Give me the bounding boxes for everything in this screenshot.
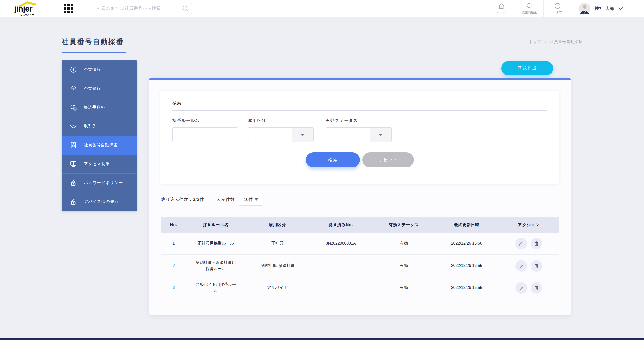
edit-button[interactable] (515, 260, 527, 272)
delete-button[interactable] (531, 282, 542, 294)
title-underline (62, 52, 126, 53)
row-updated-at: 2022/12/26 15:55 (435, 255, 498, 277)
sidebar-item-label: 社員番号自動採番 (84, 143, 118, 148)
handshake-icon (70, 122, 77, 130)
sidebar-item-label: 取引先 (84, 124, 97, 129)
lock-icon (70, 179, 77, 187)
search-panel-divider (172, 110, 547, 111)
delete-button[interactable] (531, 238, 542, 249)
bank-icon (70, 85, 77, 92)
select-caret-zone (292, 128, 313, 142)
status-label: 有効ステータス (326, 118, 358, 123)
create-new-button[interactable]: 新規作成 (501, 61, 553, 75)
row-rule-name: アルバイト用採番ルール (186, 277, 245, 299)
footer-bar (0, 338, 644, 340)
col-no: No. (161, 217, 186, 233)
sidebar-item-employee-number-autonumbering[interactable]: 社員番号自動採番 (62, 136, 137, 155)
col-employment-type: 雇用区分 (245, 217, 309, 233)
col-rule-name: 採番ルール名 (186, 217, 245, 233)
row-employment-type: 契約社員, 派遣社員 (245, 255, 309, 277)
app-root: jinjer ジンジャー ホーム (0, 0, 644, 340)
numbering-rules-table: No. 採番ルール名 雇用区分 発番済みNo. 有効ステータス 最終更新日時 ア… (161, 217, 559, 299)
table-header-row: No. 採番ルール名 雇用区分 発番済みNo. 有効ステータス 最終更新日時 ア… (161, 217, 559, 233)
user-name: 神社 太郎 (595, 6, 614, 11)
avatar (579, 3, 591, 15)
trash-icon (533, 241, 539, 247)
card-accent-bar (149, 78, 571, 80)
employment-type-field-wrap (248, 128, 314, 142)
select-caret-zone (370, 128, 391, 142)
caret-down-icon (301, 134, 305, 136)
home-icon (498, 3, 505, 10)
main-card: 検索 採番ルール名 雇用区分 有効ステータス 検索 (149, 78, 571, 315)
trash-icon (533, 285, 539, 291)
row-status: 有効 (372, 255, 435, 277)
breadcrumb-current: 社員番号自動採番 (550, 39, 582, 44)
nav-employee-search-button[interactable]: 従業員検索 (515, 0, 543, 17)
table-row: 1 正社員用採番ルール 正社員 JN2022000001A 有効 2022/12… (161, 233, 559, 255)
search-button[interactable]: 検索 (306, 152, 360, 167)
nav-help-label: ヘルプ (553, 10, 562, 15)
sidebar-item-company-bank[interactable]: 企業銀行 (62, 79, 137, 98)
search-panel: 検索 採番ルール名 雇用区分 有効ステータス 検索 (160, 91, 559, 184)
row-status: 有効 (372, 277, 435, 299)
employee-search-input[interactable] (93, 3, 192, 14)
search-icon (182, 5, 189, 12)
row-issued-no: - (309, 277, 372, 299)
sidebar-item-transfer-fee[interactable]: $ 振込手数料 (62, 98, 137, 117)
sidebar-item-company-info[interactable]: 企業情報 (62, 60, 137, 79)
pencil-icon (518, 241, 524, 247)
row-rule-name: 正社員用採番ルール (186, 233, 245, 254)
sidebar-item-business-partners[interactable]: 取引先 (62, 117, 137, 136)
row-no: 3 (161, 277, 186, 299)
edit-button[interactable] (515, 238, 527, 249)
transfer-fee-icon: $ (70, 104, 77, 111)
row-no: 2 (161, 255, 186, 277)
nav-home-button[interactable]: ホーム (487, 0, 515, 17)
help-icon: ? (554, 3, 561, 10)
nav-help-button[interactable]: ? ヘルプ (543, 0, 572, 17)
sidebar-item-password-policy[interactable]: パスワードポリシー (62, 174, 137, 192)
sidebar-item-access-restriction[interactable]: アクセス制限 (62, 155, 137, 174)
breadcrumb-top-link[interactable]: トップ (529, 39, 541, 44)
per-page-label: 表示件数 (217, 197, 235, 202)
col-updated-at: 最終更新日時 (435, 217, 498, 233)
employment-type-select[interactable] (248, 128, 314, 142)
employee-search-icon (526, 3, 533, 10)
pencil-icon (518, 263, 524, 269)
per-page-select[interactable]: 10件 (239, 193, 262, 206)
sidebar-item-device-id-issue[interactable]: デバイスIDの発行 (62, 192, 137, 211)
status-select[interactable] (326, 128, 392, 142)
nav-employee-search-label: 従業員検索 (522, 10, 537, 15)
row-employment-type: 正社員 (245, 233, 309, 254)
app-header: jinjer ジンジャー ホーム (0, 0, 644, 17)
edit-button[interactable] (515, 282, 527, 294)
reset-button[interactable]: リセット (362, 152, 414, 167)
col-issued-no: 発番済みNo. (309, 217, 372, 233)
sidebar-item-label: アクセス制限 (84, 161, 110, 167)
app-grid-button[interactable] (57, 0, 80, 17)
breadcrumb: トップ > 社員番号自動採番 (529, 39, 582, 44)
rule-name-label: 採番ルール名 (172, 118, 200, 123)
row-actions (498, 255, 559, 277)
rule-name-input[interactable] (172, 128, 238, 142)
delete-button[interactable] (531, 260, 542, 272)
jinjer-logo[interactable]: jinjer ジンジャー (11, 1, 49, 16)
user-menu[interactable]: 神社 太郎 (579, 0, 623, 17)
row-employment-type: アルバイト (245, 277, 309, 299)
sidebar-item-label: 振込手数料 (84, 105, 105, 110)
monitor-alert-icon (70, 160, 77, 168)
settings-sidebar: 企業情報 企業銀行 (62, 60, 137, 211)
pencil-icon (518, 285, 524, 291)
sidebar-item-label: 企業情報 (84, 67, 101, 72)
row-status: 有効 (372, 233, 435, 254)
page-title: 社員番号自動採番 (62, 37, 124, 46)
caret-down-icon (379, 134, 383, 136)
table-row: 3 アルバイト用採番ルール アルバイト - 有効 2022/12/26 15:5… (161, 277, 559, 299)
row-issued-no: JN2022000001A (309, 233, 372, 254)
row-updated-at: 2022/12/26 15:55 (435, 277, 498, 299)
svg-text:$: $ (74, 108, 76, 110)
search-panel-title: 検索 (172, 100, 181, 106)
employment-type-label: 雇用区分 (248, 118, 266, 123)
title-hairline (62, 53, 582, 53)
